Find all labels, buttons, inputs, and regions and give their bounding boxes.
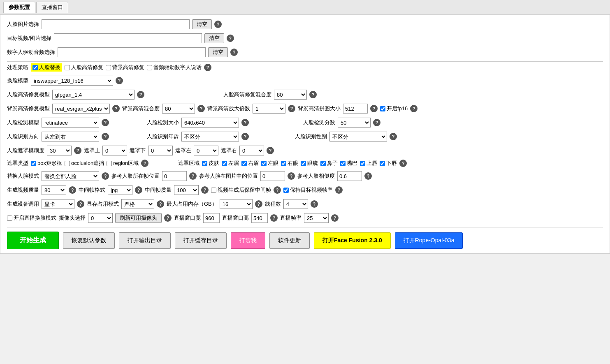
face-image-clear-btn[interactable]: 清空 — [192, 19, 212, 29]
threads-select[interactable]: 4 — [283, 199, 308, 209]
target-video-input[interactable] — [54, 33, 202, 43]
swap-model-select[interactable]: inswapper_128_fp16 — [31, 76, 113, 86]
mask-left-eye-option[interactable]: 左眼 — [261, 160, 278, 167]
audio-drive-help-icon[interactable]: ? — [230, 49, 238, 56]
swap-mode-help-icon[interactable]: ? — [102, 172, 109, 180]
mask-skin-checkbox[interactable] — [202, 161, 207, 166]
mask-mouth-option[interactable]: 嘴巴 — [340, 160, 357, 167]
bg-hd-checkbox[interactable] — [106, 65, 111, 70]
restore-button[interactable]: 恢复默认参数 — [63, 232, 115, 249]
mask-lower-lip-option[interactable]: 下唇 — [380, 160, 397, 167]
face-detect-size-select[interactable]: 640x640 — [181, 118, 239, 128]
face-hd-model-help-icon[interactable]: ? — [137, 91, 144, 98]
tab-live[interactable]: 直播窗口 — [36, 2, 68, 13]
live-height-input[interactable] — [251, 213, 268, 223]
mask-glasses-checkbox[interactable] — [301, 161, 306, 166]
donate-button[interactable]: 打赏我 — [231, 232, 265, 249]
bg-hd-option[interactable]: 背景高清修复 — [106, 64, 144, 71]
face-fusion-button[interactable]: 打开Face Fusion 2.3.0 — [314, 232, 391, 249]
keep-intermediate-help-icon[interactable]: ? — [274, 186, 281, 194]
intermediate-format-select[interactable]: jpg — [108, 185, 132, 195]
bg-hd-model-select[interactable]: real_esrgan_x2plus — [52, 104, 110, 114]
mask-top-select[interactable]: 0 — [102, 146, 127, 155]
mask-lower-lip-checkbox[interactable] — [380, 161, 385, 166]
ref-face-pos-input[interactable] — [162, 171, 187, 181]
face-swap-option[interactable]: 人脸替换 — [31, 63, 62, 72]
mask-right-eye-checkbox[interactable] — [281, 161, 286, 166]
face-detect-dir-help-icon[interactable]: ? — [102, 133, 109, 140]
processing-strategy-help-icon[interactable]: ? — [204, 64, 211, 71]
mask-nose-checkbox[interactable] — [320, 161, 326, 166]
rope-button[interactable]: 打开Rope-Opal-03a — [395, 232, 463, 249]
live-swap-option[interactable]: 开启直播换脸模式 — [7, 214, 56, 222]
mask-box-checkbox[interactable] — [31, 161, 36, 166]
target-video-clear-btn[interactable]: 清空 — [204, 33, 224, 43]
bg-hd-blend-help-icon[interactable]: ? — [197, 105, 205, 112]
open-cache-button[interactable]: 打开缓存目录 — [175, 232, 227, 249]
audio-drive-clear-btn[interactable]: 清空 — [208, 47, 228, 57]
intermediate-quality-select[interactable]: 100 — [174, 185, 199, 195]
mask-blur-help-icon[interactable]: ? — [74, 147, 81, 154]
mask-type-help-icon[interactable]: ? — [141, 160, 148, 167]
bg-hd-model-help-icon[interactable]: ? — [112, 105, 120, 112]
bg-hd-scale-help-icon[interactable]: ? — [288, 105, 295, 112]
mask-left-select[interactable]: 0 — [194, 146, 218, 155]
live-fps-help-icon[interactable]: ? — [331, 214, 339, 222]
vram-mode-select[interactable]: 严格 — [121, 199, 154, 209]
mask-occlusion-option[interactable]: occlusion遮挡 — [65, 160, 104, 167]
keep-intermediate-option[interactable]: 视频生成后保留中间帧 — [211, 186, 271, 194]
mask-right-eyebrow-checkbox[interactable] — [241, 161, 247, 166]
audio-drive-checkbox[interactable] — [147, 65, 152, 70]
mask-upper-lip-option[interactable]: 上唇 — [360, 160, 377, 167]
ref-face-img-pos-input[interactable] — [260, 171, 285, 181]
bg-hd-tile-help-icon[interactable]: ? — [370, 105, 378, 112]
bg-hd-scale-select[interactable]: 1 — [253, 104, 285, 114]
mask-mouth-checkbox[interactable] — [340, 161, 346, 166]
vram-mode-help-icon[interactable]: ? — [157, 200, 164, 208]
mask-left-eyebrow-checkbox[interactable] — [222, 161, 227, 166]
output-quality-select[interactable]: 80 — [42, 185, 66, 195]
ref-face-pos-help-icon[interactable]: ? — [189, 172, 197, 180]
mask-upper-lip-checkbox[interactable] — [360, 161, 365, 166]
mask-left-eye-checkbox[interactable] — [261, 161, 267, 166]
face-detect-score-help-icon[interactable]: ? — [373, 119, 380, 126]
live-fps-select[interactable]: 25 — [304, 213, 329, 223]
keep-intermediate-checkbox[interactable] — [211, 188, 216, 193]
face-detect-age-select[interactable]: 不区分 — [181, 132, 239, 141]
face-detect-size-help-icon[interactable]: ? — [241, 119, 249, 126]
mask-skin-option[interactable]: 皮肤 — [202, 160, 219, 167]
face-hd-blend-help-icon[interactable]: ? — [309, 91, 317, 98]
face-detect-model-help-icon[interactable]: ? — [102, 119, 109, 126]
threads-help-icon[interactable]: ? — [311, 200, 318, 208]
keep-fps-checkbox[interactable] — [283, 188, 289, 193]
mask-right-help-icon[interactable]: ? — [267, 147, 274, 154]
mask-left-eyebrow-option[interactable]: 左眉 — [222, 160, 239, 167]
mask-bottom-select[interactable]: 0 — [148, 146, 173, 155]
ref-face-similarity-input[interactable] — [337, 171, 362, 181]
mask-glasses-option[interactable]: 眼镜 — [301, 160, 318, 167]
mask-region-option[interactable]: region区域 — [107, 160, 139, 167]
ref-face-img-pos-help-icon[interactable]: ? — [288, 172, 295, 180]
camera-select[interactable]: 0 — [88, 213, 113, 223]
face-detect-age-help-icon[interactable]: ? — [241, 133, 249, 140]
mask-nose-option[interactable]: 鼻子 — [320, 160, 338, 167]
face-detect-gender-select[interactable]: 不区分 — [329, 132, 387, 141]
audio-drive-input[interactable] — [58, 47, 206, 57]
keep-fps-option[interactable]: 保持目标视频帧率 — [283, 186, 333, 194]
update-button[interactable]: 软件更新 — [269, 232, 310, 249]
face-swap-checkbox[interactable] — [32, 65, 38, 70]
device-help-icon[interactable]: ? — [77, 200, 84, 208]
mask-region-help-icon[interactable]: ? — [399, 160, 407, 167]
refresh-camera-help-icon[interactable]: ? — [164, 214, 172, 222]
mask-right-select[interactable]: 0 — [239, 146, 264, 155]
live-size-help-icon[interactable]: ? — [270, 214, 278, 222]
mask-right-eyebrow-option[interactable]: 右眉 — [241, 160, 259, 167]
max-memory-select[interactable]: 16 — [220, 199, 253, 209]
face-detect-model-select[interactable]: retinaface — [42, 118, 99, 128]
bg-fp16-help-icon[interactable]: ? — [410, 105, 417, 112]
mask-right-eye-option[interactable]: 右眼 — [281, 160, 298, 167]
bg-hd-blend-select[interactable]: 80 — [162, 104, 195, 114]
ref-face-similarity-help-icon[interactable]: ? — [364, 172, 372, 180]
intermediate-quality-help-icon[interactable]: ? — [201, 186, 209, 194]
swap-mode-select[interactable]: 替换全部人脸 — [42, 171, 99, 181]
